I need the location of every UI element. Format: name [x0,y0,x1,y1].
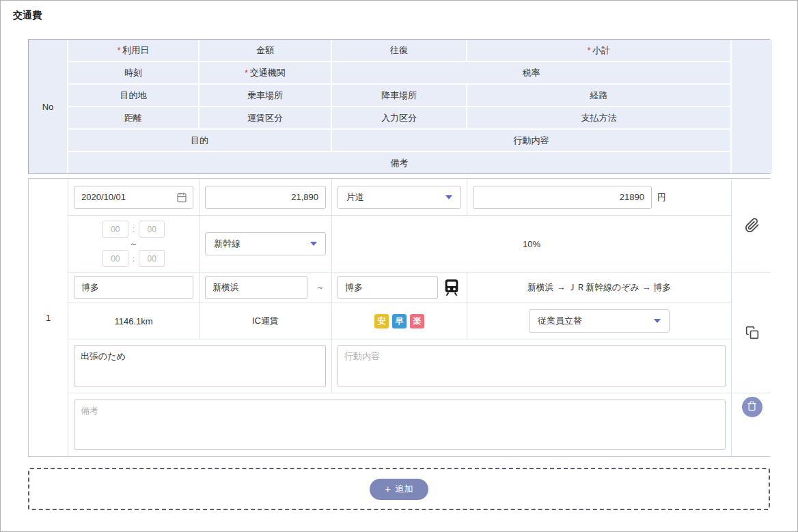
plus-icon: + [385,484,390,494]
purpose-cell: 出張のため [68,339,331,393]
route-cell: 新横浜 → ＪＲ新幹線のぞみ → 博多 [467,272,731,303]
header-cell-tax-rate: 税率 [332,62,730,83]
required-mark: * [245,68,248,78]
alighting-place-input[interactable] [338,276,438,299]
required-mark: * [588,46,591,55]
train-icon[interactable] [442,278,461,297]
header-cell-distance: 距離 [68,107,198,128]
remarks-textarea[interactable] [74,400,726,450]
delete-zone [732,393,772,456]
tax-rate-value: 10% [523,239,540,249]
header-cell-amount: 金額 [200,40,331,61]
triangle-down-icon [310,242,317,246]
fare-category-value: IC運賃 [252,315,279,327]
badge-fast: 早 [392,314,407,328]
header-cell-time: 時刻 [68,62,198,83]
distance-value: 1146.1km [114,316,152,326]
station-separator: ～ [316,281,325,294]
header-cell-actions [732,40,772,173]
header-cell-boarding-place: 乗車場所 [200,85,331,106]
boarding-place-cell: ～ [200,272,331,303]
end-hour-input[interactable] [102,250,128,267]
row-number: 1 [29,179,68,456]
purpose-textarea[interactable]: 出張のため [74,345,326,387]
currency-unit-label: 円 [657,191,666,204]
time-cell: : ～ : [68,216,199,272]
trip-type-select[interactable]: 片道 [338,186,461,209]
header-cell-alighting-place: 降車場所 [332,85,466,106]
expense-table-header: No * 利用日 金額 往復 * 小計 時刻 * 交通機関 税率 目的地 乗車場… [28,39,770,174]
fare-category-cell: IC運賃 [200,303,331,339]
add-row-dropzone: + 追加 [28,468,770,510]
attach-file-button[interactable] [742,215,762,236]
alighting-place-cell [332,272,467,303]
subtotal-input[interactable] [473,186,652,209]
header-cell-activity: 行動内容 [332,130,730,151]
header-cell-purpose: 目的 [68,130,331,151]
header-cell-fare-category: 運賃区分 [200,107,331,128]
attachment-zone [732,179,772,272]
paperclip-icon [745,225,760,235]
end-minute-input[interactable] [139,250,165,267]
route-text: 新横浜 → ＪＲ新幹線のぞみ → 博多 [527,281,671,294]
start-minute-input[interactable] [139,221,165,238]
transport-select[interactable]: 新幹線 [205,232,326,255]
copy-icon [745,331,759,341]
activity-textarea[interactable] [338,345,726,387]
calendar-icon[interactable] [176,192,187,203]
header-cell-no: No [29,40,67,173]
remarks-cell [68,393,731,456]
trash-icon [747,401,757,413]
amount-cell [200,179,331,215]
delete-row-button[interactable] [742,397,762,417]
input-category-cell: 安 早 楽 [332,303,467,339]
badge-cheap: 安 [374,314,389,328]
distance-cell: 1146.1km [68,303,199,339]
destination-cell [68,272,199,303]
triangle-down-icon [654,319,661,323]
add-row-button[interactable]: + 追加 [370,479,428,500]
time-range-mark: ～ [129,240,138,248]
header-cell-date: * 利用日 [68,40,198,61]
tax-rate-cell: 10% [332,216,731,272]
page-title: 交通費 [13,10,797,22]
date-input[interactable] [74,186,193,209]
payment-method-select[interactable]: 従業員立替 [529,309,670,333]
destination-input[interactable] [74,276,193,299]
transport-cell: 新幹線 [200,216,331,272]
boarding-place-input[interactable] [205,276,307,299]
payment-method-cell: 従業員立替 [467,303,731,339]
header-cell-payment-method: 支払方法 [467,107,730,128]
header-cell-transport: * 交通機関 [200,62,331,83]
required-mark: * [118,46,121,55]
badge-easy: 楽 [410,314,424,328]
header-cell-route: 経路 [467,85,730,106]
expense-row-1: 1 片道 円 : ～ [28,178,770,457]
header-cell-remarks: 備考 [68,152,730,173]
header-cell-round-trip: 往復 [332,40,466,61]
copy-zone [732,272,772,393]
header-cell-subtotal: * 小計 [467,40,730,61]
subtotal-cell: 円 [467,179,731,215]
header-cell-destination: 目的地 [68,85,198,106]
start-hour-input[interactable] [102,221,128,238]
copy-row-button[interactable] [743,323,762,342]
trip-type-cell: 片道 [332,179,467,215]
activity-cell [332,339,731,393]
header-cell-input-category: 入力区分 [332,107,466,128]
date-cell [68,179,199,215]
triangle-down-icon [445,195,452,199]
amount-input[interactable] [205,186,326,209]
